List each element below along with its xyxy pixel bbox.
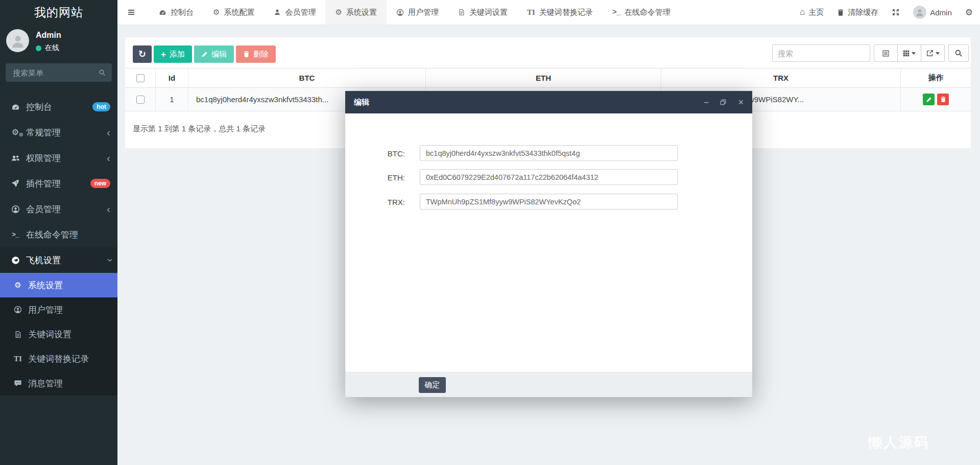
caret-down-icon bbox=[912, 52, 916, 55]
select-all-checkbox[interactable] bbox=[136, 74, 145, 82]
sidebar-subitem-user-management[interactable]: 用户管理 bbox=[0, 297, 117, 322]
eth-field[interactable] bbox=[420, 169, 678, 185]
delete-label: 删除 bbox=[253, 50, 269, 59]
user-circle-icon bbox=[12, 306, 23, 314]
sidebar-search-input[interactable] bbox=[12, 68, 99, 78]
gear-icon: ⚙ bbox=[213, 8, 220, 17]
watermark: 懒人源码 bbox=[868, 433, 929, 452]
table-search-input[interactable] bbox=[772, 44, 870, 62]
tab-label: 会员管理 bbox=[285, 8, 316, 17]
tab-label: 控制台 bbox=[171, 8, 194, 17]
cogs-icon: ⚙⚙ bbox=[9, 128, 21, 136]
home-link[interactable]: ⌂ 主页 bbox=[800, 7, 824, 17]
ok-button[interactable]: 确定 bbox=[419, 377, 446, 393]
dialog-title: 编辑 bbox=[354, 98, 369, 107]
edit-dialog: 编辑 – × BTC: ETH: TRX: 确定 bbox=[345, 91, 752, 397]
home-label: 主页 bbox=[808, 8, 824, 17]
trx-field-label: TRX: bbox=[345, 198, 405, 206]
search-icon[interactable] bbox=[99, 69, 106, 76]
tab-keyword-replace-log[interactable]: TI 关键词替换记录 bbox=[517, 0, 603, 25]
user-circle-icon bbox=[9, 205, 21, 214]
delete-button[interactable]: 删除 bbox=[236, 45, 276, 63]
user-menu[interactable]: Admin bbox=[913, 6, 952, 19]
sidebar-item-auth[interactable]: 权限管理 ‹ bbox=[0, 145, 117, 171]
export-icon bbox=[926, 50, 934, 57]
sidebar-subitem-keyword-settings[interactable]: 关键词设置 bbox=[0, 322, 117, 346]
tab-user-management[interactable]: 用户管理 bbox=[387, 0, 448, 25]
topbar: ≡ 控制台 ⚙ 系统配置 会员管理 ⚙ 系统设置 用户管理 关键词设置 TI 关… bbox=[117, 0, 980, 25]
avatar bbox=[913, 6, 926, 19]
terminal-icon: >_ bbox=[612, 8, 620, 17]
tab-system-settings[interactable]: ⚙ 系统设置 bbox=[325, 0, 386, 25]
sidebar-subitem-keyword-replace-log[interactable]: TI 关键词替换记录 bbox=[0, 346, 117, 371]
table-view-buttons bbox=[874, 44, 945, 62]
fullscreen-button[interactable] bbox=[892, 8, 900, 16]
topbar-right: ⌂ 主页 清除缓存 Admin ⚙ bbox=[800, 0, 980, 25]
user-name: Admin bbox=[36, 31, 61, 40]
edit-label: 编辑 bbox=[211, 50, 227, 59]
column-header-btc: BTC bbox=[188, 68, 425, 88]
tab-keyword-settings[interactable]: 关键词设置 bbox=[448, 0, 517, 25]
close-icon[interactable]: × bbox=[738, 98, 744, 107]
toggle-view-button[interactable] bbox=[874, 44, 898, 62]
file-icon bbox=[12, 331, 23, 338]
telegram-icon bbox=[9, 256, 21, 265]
row-id-cell: 1 bbox=[155, 88, 188, 111]
sidebar-item-label: 在线命令管理 bbox=[26, 229, 78, 241]
export-button[interactable] bbox=[921, 44, 945, 62]
trx-field[interactable] bbox=[420, 194, 678, 210]
sidebar-item-label: 会员管理 bbox=[26, 203, 61, 215]
hamburger-icon[interactable]: ≡ bbox=[117, 0, 145, 25]
settings-gear-icon[interactable]: ⚙ bbox=[965, 7, 973, 18]
sidebar-subitem-message-management[interactable]: 消息管理 bbox=[0, 371, 117, 396]
sidebar-item-label: 飞机设置 bbox=[26, 254, 61, 266]
sidebar-item-dashboard[interactable]: 控制台 hot bbox=[0, 94, 117, 120]
row-delete-button[interactable] bbox=[937, 94, 949, 105]
sidebar-subitem-label: 消息管理 bbox=[28, 378, 63, 389]
sidebar-item-label: 插件管理 bbox=[26, 178, 61, 190]
tab-system-config[interactable]: ⚙ 系统配置 bbox=[203, 0, 264, 25]
columns-button[interactable] bbox=[897, 44, 921, 62]
tab-dashboard[interactable]: 控制台 bbox=[149, 0, 203, 25]
row-edit-button[interactable] bbox=[923, 94, 935, 105]
select-all-header bbox=[125, 68, 155, 88]
sidebar-item-telegram-settings[interactable]: 飞机设置 ‹ bbox=[0, 247, 117, 273]
dashboard-icon bbox=[9, 103, 21, 111]
users-icon bbox=[9, 154, 21, 162]
tab-label: 在线命令管理 bbox=[625, 8, 671, 17]
sidebar: 我的网站 Admin 在线 控制台 hot ⚙⚙ 常规管理 ‹ 权限管理 ‹ bbox=[0, 0, 117, 465]
clear-cache-button[interactable]: 清除缓存 bbox=[837, 8, 878, 17]
avatar bbox=[6, 29, 29, 52]
tab-member-management[interactable]: 会员管理 bbox=[264, 0, 325, 25]
sidebar-subitem-system-settings[interactable]: ⚙ 系统设置 bbox=[0, 273, 117, 297]
trash-icon bbox=[243, 51, 250, 58]
maximize-icon[interactable] bbox=[720, 99, 726, 105]
row-ops-cell bbox=[900, 88, 971, 111]
refresh-button[interactable]: ↻ bbox=[133, 45, 152, 63]
sidebar-item-addon[interactable]: 插件管理 new bbox=[0, 171, 117, 196]
username-label: Admin bbox=[930, 8, 952, 17]
eth-field-label: ETH: bbox=[345, 173, 405, 182]
hot-badge: hot bbox=[92, 102, 110, 111]
btc-field[interactable] bbox=[420, 145, 678, 161]
trash-icon bbox=[837, 9, 844, 16]
table-toolbar: ↻ + 添加 编辑 删除 bbox=[133, 45, 276, 63]
online-dot-icon bbox=[36, 45, 41, 51]
search-button[interactable] bbox=[948, 44, 969, 62]
sidebar-item-label: 常规管理 bbox=[26, 127, 61, 138]
row-checkbox[interactable] bbox=[136, 96, 145, 104]
sidebar-item-general[interactable]: ⚙⚙ 常规管理 ‹ bbox=[0, 120, 117, 145]
dialog-titlebar[interactable]: 编辑 – × bbox=[345, 91, 752, 113]
nav-tabs: 控制台 ⚙ 系统配置 会员管理 ⚙ 系统设置 用户管理 关键词设置 TI 关键词… bbox=[149, 0, 680, 25]
edit-button[interactable]: 编辑 bbox=[194, 45, 234, 63]
minimize-icon[interactable]: – bbox=[704, 98, 709, 106]
tab-online-command[interactable]: >_ 在线命令管理 bbox=[603, 0, 680, 25]
site-title: 我的网站 bbox=[0, 0, 117, 25]
sidebar-item-member[interactable]: 会员管理 ‹ bbox=[0, 196, 117, 222]
sidebar-subitem-label: 关键词设置 bbox=[28, 329, 71, 340]
sidebar-subitem-label: 关键词替换记录 bbox=[28, 353, 89, 365]
add-button[interactable]: + 添加 bbox=[154, 45, 192, 63]
home-icon: ⌂ bbox=[800, 7, 805, 17]
caret-down-icon bbox=[936, 52, 940, 55]
sidebar-item-command[interactable]: >_ 在线命令管理 bbox=[0, 222, 117, 247]
